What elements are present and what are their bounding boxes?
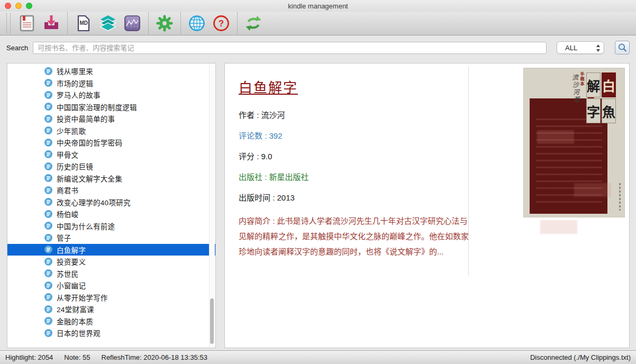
book-list-item[interactable]: 苏世民	[7, 268, 215, 280]
field-label: 评分	[239, 152, 255, 161]
detail-field: 评分 : 9.0	[239, 151, 469, 162]
close-window-button[interactable]	[5, 3, 11, 9]
book-list-item[interactable]: 市场的逻辑	[7, 77, 215, 89]
import-clippings-button[interactable]	[42, 14, 61, 33]
book-list-item[interactable]: 钱从哪里来	[7, 65, 215, 77]
book-list-item[interactable]: 投资中最简单的事	[7, 113, 215, 125]
field-separator: :	[262, 172, 269, 181]
book-list-item[interactable]: 杨伯峻	[7, 208, 215, 220]
book-list-item[interactable]: 少年凯歌	[7, 125, 215, 137]
title-bar: kindle management	[0, 0, 636, 12]
main-area: 钱从哪里来 市场的逻辑 罗马人的故事 中国国家治理的制度逻辑	[0, 59, 636, 350]
book-title-label: 管子	[57, 232, 71, 243]
search-icon	[617, 43, 628, 53]
search-filter-dropdown[interactable]: ALL	[557, 41, 604, 54]
minimize-window-button[interactable]	[15, 3, 22, 9]
search-bar: Search ALL	[0, 36, 636, 59]
field-separator: :	[255, 152, 261, 161]
book-note-icon	[44, 269, 52, 277]
book-list-item[interactable]: 白鱼解字	[7, 244, 215, 256]
field-separator: :	[262, 131, 269, 140]
toolbar-separator	[237, 12, 238, 34]
book-list-item[interactable]: 甲骨文	[7, 149, 215, 161]
svg-text:MD: MD	[80, 20, 88, 26]
cover-title-char: 解	[586, 72, 601, 97]
layers-button[interactable]	[98, 14, 117, 33]
detail-field: 评论数 : 392	[239, 131, 469, 141]
zoom-window-button[interactable]	[26, 3, 32, 9]
search-input[interactable]	[33, 42, 547, 54]
book-list-item[interactable]: 小窗幽记	[7, 279, 215, 292]
book-note-icon	[44, 150, 52, 158]
book-title-label: 杨伯峻	[57, 208, 78, 219]
sidebar-scrollbar-thumb[interactable]	[210, 298, 214, 344]
field-label: 内容简介	[239, 216, 270, 225]
book-title-label: 24堂财富课	[57, 304, 94, 314]
book-note-icon	[44, 258, 52, 266]
book-list-item[interactable]: 新编说文解字大全集	[7, 172, 215, 185]
book-note-icon	[44, 222, 52, 230]
app-window: kindle management MD	[0, 0, 636, 364]
field-label: 出版社	[239, 172, 262, 181]
book-title-label: 市场的逻辑	[57, 78, 93, 88]
book-title-label: 甲骨文	[57, 149, 78, 160]
book-title-link[interactable]: 白鱼解字	[239, 77, 298, 96]
layers-icon	[99, 14, 117, 32]
website-button[interactable]	[187, 14, 206, 33]
book-list-item[interactable]: 金融的本质	[7, 315, 215, 327]
status-connection: Disconnected (./My Clippings.txt)	[530, 353, 631, 361]
markdown-export-button[interactable]: MD	[74, 14, 93, 33]
settings-button[interactable]	[155, 14, 174, 33]
notes-button[interactable]	[17, 14, 37, 33]
book-note-icon	[44, 281, 52, 289]
book-note-icon	[44, 126, 52, 134]
notes-icon	[18, 14, 36, 32]
book-note-icon	[44, 305, 52, 313]
toolbar-drag-handle	[6, 13, 11, 33]
field-label: 评论数	[239, 131, 262, 140]
refresh-button[interactable]	[244, 14, 263, 33]
window-controls	[5, 3, 32, 9]
svg-text:?: ?	[219, 19, 224, 29]
book-note-icon	[44, 317, 52, 325]
book-list-item[interactable]: 管子	[7, 232, 215, 244]
book-list-item[interactable]: 从零开始学写作	[7, 292, 215, 304]
search-label: Search	[6, 44, 28, 52]
help-button[interactable]: ?	[212, 14, 231, 33]
cover-title-char: 白	[602, 72, 616, 97]
detail-field: 出版社 : 新星出版社	[239, 172, 469, 183]
book-list-item[interactable]: 改变心理学的40项研究	[7, 196, 215, 208]
status-refresh-time: RefleshTime: 2020-06-18 13:35:53	[102, 353, 207, 361]
book-list-item[interactable]: 中国为什么有前途	[7, 220, 215, 232]
book-note-icon	[44, 174, 52, 182]
statistics-button[interactable]	[123, 14, 142, 33]
book-note-icon	[44, 234, 52, 242]
book-note-icon	[44, 293, 52, 301]
globe-icon	[188, 14, 206, 32]
field-value: 2013	[277, 193, 295, 202]
book-list-item[interactable]: 中国国家治理的制度逻辑	[7, 101, 215, 113]
book-list-item[interactable]: 日本的世界观	[7, 327, 215, 339]
book-list-item[interactable]: 投资要义	[7, 256, 215, 268]
book-title-label: 金融的本质	[57, 316, 93, 326]
field-separator: :	[255, 111, 261, 120]
book-title-label: 少年凯歌	[57, 125, 86, 136]
book-title-label: 罗马人的故事	[57, 89, 101, 100]
book-list-item[interactable]: 历史的巨镜	[7, 160, 215, 172]
book-title-label: 中国为什么有前途	[57, 221, 115, 231]
search-button[interactable]	[615, 41, 630, 54]
book-list-item[interactable]: 罗马人的故事	[7, 89, 215, 101]
book-list-item[interactable]: 中央帝国的哲学密码	[7, 136, 215, 149]
book-list-item[interactable]: 24堂财富课	[7, 303, 215, 315]
field-separator: :	[270, 216, 277, 225]
search-filter-value: ALL	[565, 44, 577, 52]
toolbar-separator	[148, 12, 149, 34]
cover-title-tiles: 解 白 字 魚	[586, 72, 616, 123]
sidebar-scrollbar[interactable]	[209, 64, 215, 347]
field-label: 作者	[239, 111, 255, 120]
book-list-item[interactable]: 商君书	[7, 184, 215, 196]
cover-title-char: 魚	[602, 98, 616, 123]
book-note-icon	[44, 139, 52, 147]
detail-field: 出版时间 : 2013	[239, 193, 469, 203]
detail-field: 作者 : 流沙河	[239, 110, 469, 121]
